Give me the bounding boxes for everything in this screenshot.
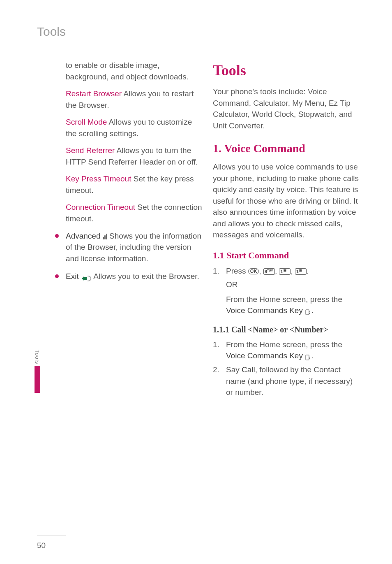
eight-key-icon: 8TUV xyxy=(263,268,275,275)
tools-intro: Your phone's tools include: Voice Comman… xyxy=(213,86,362,131)
exit-label: Exit xyxy=(66,272,81,281)
one-key-icon: 1☎ xyxy=(279,268,291,275)
call-word: Call xyxy=(242,365,255,374)
voice-key-icon xyxy=(305,308,311,314)
scroll-mode-label: Scroll Mode xyxy=(66,118,107,126)
send-referrer-label: Send Referrer xyxy=(66,146,115,155)
s1-text: From the Home screen, press the xyxy=(226,340,342,349)
call-name-number-title: 1.1.1 Call <Name> or <Number> xyxy=(213,324,362,336)
step-number: 1. xyxy=(213,265,219,277)
voice-command-body: Allows you to use voice commands to use … xyxy=(213,161,362,241)
right-column: Tools Your phone's tools include: Voice … xyxy=(213,60,362,401)
ok-key-icon: OK xyxy=(248,268,259,274)
tools-main-title: Tools xyxy=(213,60,362,81)
left-column: to enable or disable image, background, … xyxy=(53,60,202,401)
side-tab-indicator xyxy=(35,366,40,393)
voice-key-icon xyxy=(305,353,311,360)
s2a-text: Say xyxy=(226,365,242,374)
intro-fragment: to enable or disable image, background, … xyxy=(66,60,202,82)
or-text: OR xyxy=(226,279,362,290)
side-tab-label: Tools xyxy=(34,350,40,366)
press-text: Press xyxy=(226,267,248,275)
key-press-timeout-label: Key Press Timeout xyxy=(66,174,131,183)
connection-timeout-label: Connection Timeout xyxy=(66,203,135,211)
step-number: 1. xyxy=(213,339,219,350)
page-number: 50 xyxy=(37,541,46,550)
advanced-label: Advanced xyxy=(66,232,103,240)
exit-body: Allows you to exit the Browser. xyxy=(93,272,199,281)
step-1-home: 1. From the Home screen, press the Voice… xyxy=(213,339,362,362)
step-number: 2. xyxy=(213,364,219,376)
step-2-say-call: 2. Say Call, followed by the Contact nam… xyxy=(213,364,362,398)
svg-rect-1 xyxy=(306,355,309,360)
voice-command-title: 1. Voice Command xyxy=(213,140,362,157)
voice-commands-key-label: Voice Commands Key xyxy=(226,306,305,315)
bullet-icon xyxy=(55,234,59,238)
one-key-icon: 1☎ xyxy=(295,268,307,275)
bullet-icon xyxy=(55,274,59,278)
page-header: Tools xyxy=(37,25,66,39)
side-tab: Tools xyxy=(35,350,40,393)
footer-divider xyxy=(37,536,66,536)
from-home-text: From the Home screen, press the xyxy=(226,295,342,304)
svg-rect-0 xyxy=(306,310,309,315)
info-bars-icon xyxy=(103,234,107,239)
start-command-title: 1.1 Start Command xyxy=(213,249,362,262)
restart-browser-label: Restart Browser xyxy=(66,89,122,98)
exit-arrow-icon xyxy=(81,274,92,280)
voice-commands-key-label: Voice Commands Key xyxy=(226,351,305,360)
step-1-press: 1. Press OK, 8TUV, 1☎, 1☎. OR From the H… xyxy=(213,265,362,316)
